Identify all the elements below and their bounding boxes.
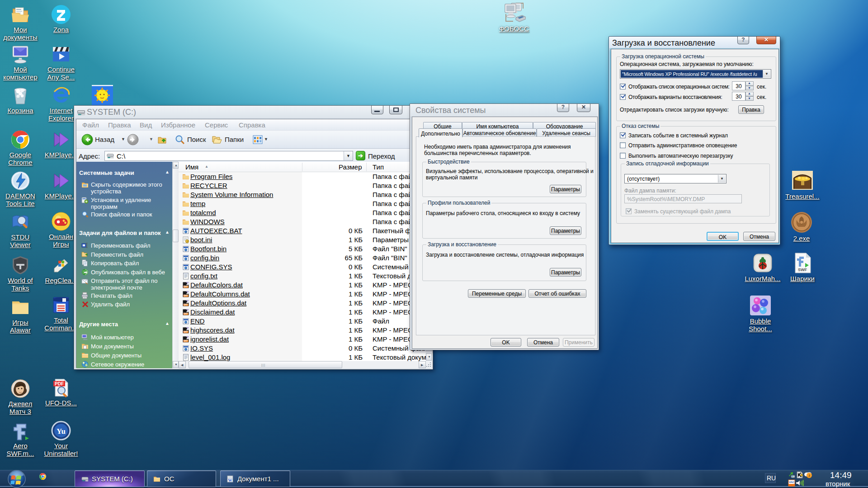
svg-text:!: ! (801, 474, 802, 476)
svg-text:VAC: VAC (789, 481, 795, 483)
svg-text:SWF: SWF (798, 267, 807, 272)
svg-text:PDF: PDF (55, 381, 64, 386)
svg-text:3: 3 (808, 474, 811, 478)
svg-text:Yu: Yu (57, 427, 66, 436)
svg-text:W: W (228, 478, 232, 483)
